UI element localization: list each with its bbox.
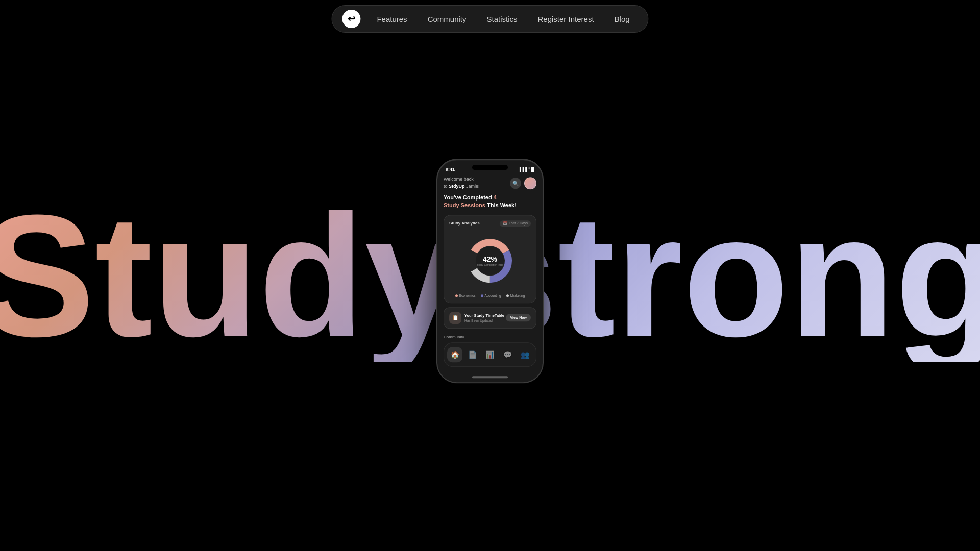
signal-icon: ▐▐▐ [518,167,527,172]
welcome-icons: 🔍 [510,177,536,189]
nav-community[interactable]: Community [420,12,475,27]
status-time: 9:41 [446,167,455,172]
timetable-title: Your Study TimeTable [464,313,504,319]
nav-features[interactable]: Features [369,12,415,27]
welcome-text: Welcome back to StdyUp Jamie! [444,176,480,190]
analytics-card: Study Analytics 📅 Last 7 Days [444,215,536,303]
legend-dot-accounting [481,294,483,297]
timetable-text-block: Your Study TimeTable Has Been Updated [464,313,504,322]
legend-dot-marketing [506,294,509,297]
timetable-card: 📋 Your Study TimeTable Has Been Updated … [444,307,536,329]
donut-center: 42% Study Completion Rate [477,255,503,266]
donut-percent: 42% [477,255,503,263]
welcome-row: Welcome back to StdyUp Jamie! 🔍 [444,176,536,190]
welcome-brand: StdyUp [449,184,465,189]
legend-economics: Economics [455,294,476,297]
sessions-count: 4 [494,194,497,201]
analytics-title: Study Analytics [449,221,480,226]
calendar-icon: 📅 [503,221,507,226]
sessions-text: You've Completed 4 Study Sessions This W… [444,194,536,210]
donut-label: Study Completion Rate [477,263,503,266]
legend-label-marketing: Marketing [510,294,525,297]
bottom-nav-home[interactable]: 🏠 [447,347,462,362]
phone-home-indicator [472,376,508,378]
timetable-left: 📋 Your Study TimeTable Has Been Updated [449,312,504,324]
bottom-nav-chat[interactable]: 💬 [500,347,515,362]
phone-wrapper: 9:41 ▐▐▐ ⟟ ▉ Welcome back to StdyUp Jami… [436,159,544,383]
legend-accounting: Accounting [481,294,501,297]
bottom-nav-documents[interactable]: 📄 [465,347,480,362]
search-icon[interactable]: 🔍 [510,178,521,189]
timetable-subtitle: Has Been Updated [464,319,504,322]
welcome-line2-prefix: to [444,184,449,189]
welcome-line2-suffix: Jamie! [465,184,480,189]
dynamic-island [472,165,508,170]
legend-label-economics: Economics [459,294,476,297]
sessions-line2: Study Sessions This Week! [444,203,517,209]
navbar: ↩ Features Community Statistics Register… [331,5,648,33]
nav-register-interest[interactable]: Register Interest [530,12,602,27]
bg-text-study: Study [0,189,461,362]
analytics-filter[interactable]: 📅 Last 7 Days [500,220,531,227]
chart-legend: Economics Accounting Marketing [449,294,531,297]
timetable-icon: 📋 [449,312,461,324]
sessions-prefix: You've Completed [444,194,494,201]
avatar[interactable] [524,177,536,189]
bottom-nav-community[interactable]: 👥 [518,347,533,362]
legend-marketing: Marketing [506,294,525,297]
status-icons: ▐▐▐ ⟟ ▉ [518,167,534,172]
nav-statistics[interactable]: Statistics [478,12,525,27]
community-title: Community [444,335,536,339]
legend-label-accounting: Accounting [485,294,501,297]
battery-icon: ▉ [531,167,534,172]
phone-content: Welcome back to StdyUp Jamie! 🔍 You've C… [437,174,543,378]
nav-blog[interactable]: Blog [606,12,638,27]
bottom-nav-stats[interactable]: 📊 [482,347,498,362]
welcome-line1: Welcome back [444,177,474,182]
bottom-nav: 🏠 📄 📊 💬 👥 [444,342,536,367]
nav-logo: ↩ [342,10,360,28]
donut-container: 42% Study Completion Rate [449,231,531,291]
legend-dot-economics [455,294,458,297]
wifi-icon: ⟟ [528,167,530,172]
community-section: Community 🏠 📄 📊 💬 👥 [444,333,536,367]
analytics-header: Study Analytics 📅 Last 7 Days [449,220,531,227]
analytics-filter-label: Last 7 Days [509,221,528,225]
phone: 9:41 ▐▐▐ ⟟ ▉ Welcome back to StdyUp Jami… [436,159,544,383]
view-now-button[interactable]: View Now [506,314,531,321]
